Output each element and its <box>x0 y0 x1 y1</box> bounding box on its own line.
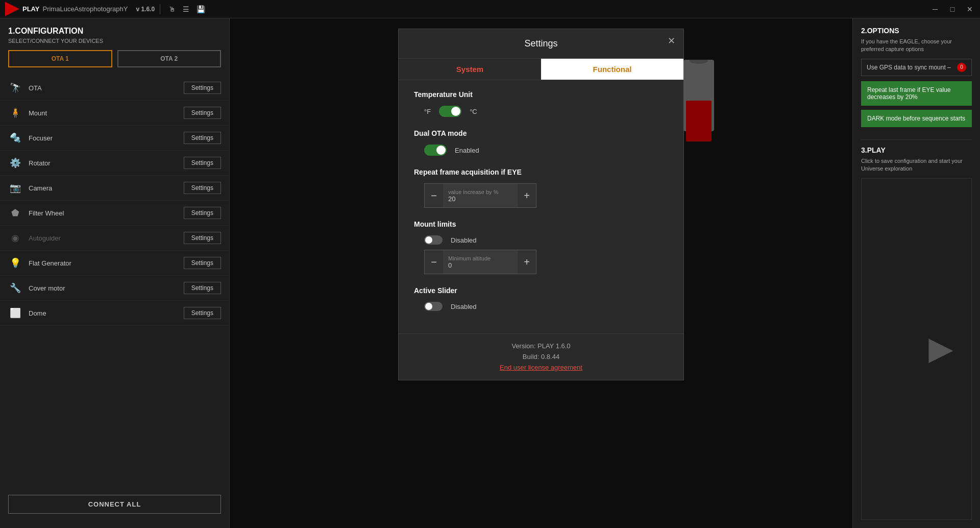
focuser-icon: 🔩 <box>8 131 22 145</box>
camera-settings-button[interactable]: Settings <box>184 182 221 194</box>
connect-all-button[interactable]: CONNECT ALL <box>8 495 221 514</box>
modal-close-button[interactable]: ✕ <box>668 35 675 46</box>
gps-badge: 0 <box>957 63 966 72</box>
covermotor-icon: 🔧 <box>8 281 22 295</box>
device-name-filterwheel: Filter Wheel <box>29 209 178 217</box>
play-prefix: PLAY <box>22 5 39 13</box>
titlebar-icons: 🖱 ☰ 💾 <box>168 5 205 13</box>
device-name-ota: OTA <box>29 84 178 92</box>
repeat-frame-label: Repeat frame acquisition if EYE <box>414 168 668 176</box>
device-list: 🔭 OTA Settings 🧍 Mount Settings 🔩 Focuse… <box>0 76 229 489</box>
filterwheel-settings-button[interactable]: Settings <box>184 207 221 219</box>
sidebar-title: 1.CONFIGURATION <box>8 27 221 36</box>
eula-link[interactable]: End user license agreement <box>500 364 582 371</box>
focuser-settings-button[interactable]: Settings <box>184 132 221 144</box>
titlebar: PLAY PrimaLuceAstrophotographY v 1.6.0 🖱… <box>0 0 980 18</box>
options-description: If you have the EAGLE, choose your prefe… <box>861 38 972 54</box>
setting-group-repeat-frame: Repeat frame acquisition if EYE − value … <box>414 168 668 208</box>
play-logo-icon <box>5 2 19 16</box>
autoguider-settings-button[interactable]: Settings <box>184 232 221 244</box>
mount-settings-button[interactable]: Settings <box>184 107 221 119</box>
device-item-focuser: 🔩 Focuser Settings <box>0 126 229 151</box>
flatgenerator-settings-button[interactable]: Settings <box>184 257 221 269</box>
right-panel: 2.OPTIONS If you have the EAGLE, choose … <box>852 18 980 528</box>
device-item-ota: 🔭 OTA Settings <box>0 76 229 101</box>
device-name-camera: Camera <box>29 184 178 192</box>
ota-buttons: OTA 1 OTA 2 <box>8 50 221 67</box>
eye-value-increase-button[interactable]: + <box>518 184 536 207</box>
device-name-autoguider: Autoguider <box>29 234 178 242</box>
maximize-button[interactable]: □ <box>947 4 958 14</box>
device-name-mount: Mount <box>29 109 178 117</box>
modal-overlay: Settings ✕ System Functional Temperature… <box>230 18 852 528</box>
telescope-decoration <box>678 60 729 163</box>
sidebar: 1.CONFIGURATION SELECT/CONNECT YOUR DEVI… <box>0 18 230 528</box>
play-description: Click to save configuration and start yo… <box>861 157 972 173</box>
device-item-covermotor: 🔧 Cover motor Settings <box>0 276 229 301</box>
altitude-decrease-button[interactable]: − <box>425 250 443 274</box>
options-title: 2.OPTIONS <box>861 27 972 35</box>
dual-ota-status: Enabled <box>455 147 479 154</box>
altitude-stepper: − Minimum altitude 0 + <box>424 250 536 274</box>
mount-limits-toggle[interactable] <box>424 235 443 245</box>
device-item-autoguider: ◉ Autoguider Settings <box>0 226 229 251</box>
play-box[interactable]: ► <box>861 178 972 520</box>
modal-footer: Version: PLAY 1.6.0 Build: 0.8.44 End us… <box>399 333 683 380</box>
active-slider-toggle[interactable] <box>424 302 443 311</box>
telescope-svg <box>678 60 724 162</box>
celsius-label: °C <box>470 108 477 115</box>
titlebar-divider <box>160 4 160 14</box>
device-name-rotator: Rotator <box>29 159 178 167</box>
tab-functional[interactable]: Functional <box>541 59 683 80</box>
device-name-focuser: Focuser <box>29 134 178 142</box>
device-item-filterwheel: ⬟ Filter Wheel Settings <box>0 201 229 226</box>
window-controls: ─ □ ✕ <box>930 4 975 14</box>
active-slider-label: Active Slider <box>414 286 668 295</box>
altitude-increase-button[interactable]: + <box>518 250 536 274</box>
temperature-row: °F °C <box>414 106 668 117</box>
eye-value-decrease-button[interactable]: − <box>425 184 443 207</box>
device-item-flatgenerator: 💡 Flat Generator Settings <box>0 251 229 276</box>
sidebar-header: 1.CONFIGURATION SELECT/CONNECT YOUR DEVI… <box>0 27 229 76</box>
ota1-button[interactable]: OTA 1 <box>8 50 112 67</box>
filterwheel-icon: ⬟ <box>8 206 22 220</box>
close-button[interactable]: ✕ <box>965 4 975 14</box>
ota2-button[interactable]: OTA 2 <box>117 50 222 67</box>
device-item-camera: 📷 Camera Settings <box>0 176 229 201</box>
eye-value-input[interactable]: 20 <box>448 195 512 203</box>
fahrenheit-label: °F <box>424 108 431 115</box>
covermotor-settings-button[interactable]: Settings <box>184 282 221 294</box>
sidebar-subtitle: SELECT/CONNECT YOUR DEVICES <box>8 38 221 44</box>
save-icon[interactable]: 💾 <box>197 5 205 13</box>
settings-modal: Settings ✕ System Functional Temperature… <box>398 29 684 380</box>
dual-ota-row: Enabled <box>414 145 668 156</box>
play-arrow-icon: ► <box>921 328 961 369</box>
temperature-label: Temperature Unit <box>414 90 668 99</box>
options-section: 2.OPTIONS If you have the EAGLE, choose … <box>861 27 972 131</box>
dome-settings-button[interactable]: Settings <box>184 307 221 319</box>
device-item-mount: 🧍 Mount Settings <box>0 101 229 126</box>
main-layout: 1.CONFIGURATION SELECT/CONNECT YOUR DEVI… <box>0 18 980 528</box>
mount-icon: 🧍 <box>8 106 22 120</box>
device-name-flatgenerator: Flat Generator <box>29 259 178 267</box>
play-title: 3.PLAY <box>861 146 972 154</box>
tab-system[interactable]: System <box>399 59 541 80</box>
app-version: v 1.6.0 <box>136 6 155 13</box>
settings-icon[interactable]: ☰ <box>183 5 189 13</box>
active-slider-status: Disabled <box>451 303 477 310</box>
mount-limits-label: Mount limits <box>414 220 668 228</box>
repeat-frame-button[interactable]: Repeat last frame if EYE value decreases… <box>861 81 972 106</box>
device-item-rotator: ⚙️ Rotator Settings <box>0 151 229 176</box>
cursor-icon[interactable]: 🖱 <box>168 5 176 13</box>
dark-mode-button[interactable]: DARK mode before sequence starts <box>861 110 972 127</box>
device-item-dome: ⬜ Dome Settings <box>0 301 229 326</box>
dual-ota-toggle[interactable] <box>424 145 447 156</box>
altitude-value[interactable]: 0 <box>448 261 512 269</box>
app-logo: PLAY PrimaLuceAstrophotographY v 1.6.0 <box>5 2 155 16</box>
repeat-frame-row: − value increase by % 20 + <box>414 183 668 208</box>
ota-settings-button[interactable]: Settings <box>184 82 221 94</box>
autoguider-icon: ◉ <box>8 231 22 245</box>
temperature-toggle[interactable] <box>439 106 461 117</box>
minimize-button[interactable]: ─ <box>930 4 940 14</box>
rotator-settings-button[interactable]: Settings <box>184 157 221 169</box>
